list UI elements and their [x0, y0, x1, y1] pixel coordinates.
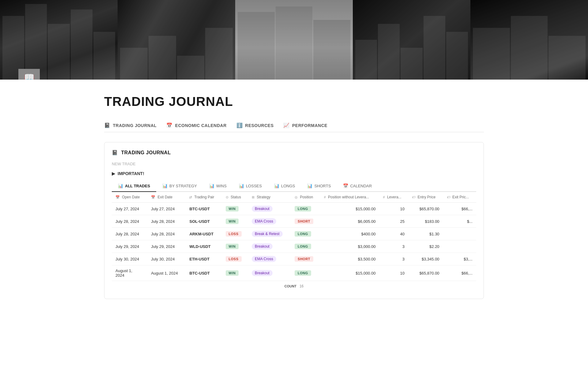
- nav-tab-performance[interactable]: 📈 PERFORMANCE: [283, 119, 337, 132]
- cell-status-4: LOSS: [222, 253, 248, 265]
- cell-position-2: LONG: [291, 228, 320, 240]
- cell-trading-pair-0: BTC-USDT: [186, 203, 222, 215]
- position-badge-4: SHORT: [295, 256, 313, 262]
- table-header-row: 📅 Open Date 📅 Exit Date ⇄ Trading Pair ⊙…: [112, 192, 476, 203]
- performance-nav-icon: 📈: [283, 122, 290, 128]
- cell-leverage-1: 25: [379, 215, 408, 228]
- cell-leverage-5: 10: [379, 265, 408, 281]
- nav-tab-economic-calendar-label: ECONOMIC CALENDAR: [175, 123, 227, 128]
- strategy-badge-3: Breakout: [252, 243, 273, 249]
- cell-strategy-3: Breakout: [248, 240, 291, 253]
- cell-position-no-leverage-5: $15,000.00: [320, 265, 379, 281]
- position-badge-5: LONG: [295, 270, 311, 276]
- status-badge-1: WIN: [226, 219, 239, 224]
- col-trading-pair: ⇄ Trading Pair: [186, 192, 222, 203]
- view-tab-calendar[interactable]: 📅 CALENDAR: [337, 181, 378, 192]
- important-toggle[interactable]: ▶ IMPORTANT!: [112, 171, 476, 176]
- nav-tab-performance-label: PERFORMANCE: [292, 123, 327, 128]
- view-tab-shorts-label: SHORTS: [314, 184, 331, 188]
- cell-strategy-2: Break & Retest: [248, 228, 291, 240]
- cell-status-0: WIN: [222, 203, 248, 215]
- hero-banner: 📖: [0, 0, 588, 80]
- count-value: 16: [300, 284, 303, 288]
- cell-leverage-0: 10: [379, 203, 408, 215]
- position-badge-1: SHORT: [295, 219, 313, 224]
- by-strategy-icon: 📊: [162, 183, 168, 188]
- cell-open-date-2: July 28, 2024: [112, 228, 147, 240]
- position-badge-0: LONG: [295, 206, 311, 212]
- cell-exit-date-4: July 30, 2024: [147, 253, 186, 265]
- status-badge-5: WIN: [226, 270, 239, 276]
- cell-position-no-leverage-2: $400.00: [320, 228, 379, 240]
- cell-exit-date-0: July 27, 2024: [147, 203, 186, 215]
- status-badge-4: LOSS: [226, 256, 242, 262]
- view-tab-all-trades-label: ALL TRADES: [125, 184, 150, 188]
- col-position: ◎ Position: [291, 192, 320, 203]
- cell-trading-pair-4: ETH-USDT: [186, 253, 222, 265]
- new-trade-button[interactable]: NEW TRADE: [112, 160, 476, 167]
- strategy-badge-0: Breakout: [252, 206, 273, 212]
- position-badge-2: LONG: [295, 231, 311, 237]
- cell-open-date-4: July 30, 2024: [112, 253, 147, 265]
- hero-panel-1: [0, 0, 118, 80]
- cell-position-5: LONG: [291, 265, 320, 281]
- nav-tab-trading-journal[interactable]: 📓 TRADING JOURNAL: [104, 119, 166, 132]
- cell-trading-pair-1: SOL-USDT: [186, 215, 222, 228]
- shorts-icon: 📊: [307, 183, 312, 188]
- table-row[interactable]: July 27, 2024 July 27, 2024 BTC-USDT WIN…: [112, 203, 476, 215]
- view-tab-all-trades[interactable]: 📊 ALL TRADES: [112, 181, 156, 192]
- table-row[interactable]: July 29, 2024 July 29, 2024 WLD-USDT WIN…: [112, 240, 476, 253]
- cell-entry-price-0: $65,870.00: [408, 203, 443, 215]
- cell-strategy-0: Breakout: [248, 203, 291, 215]
- cell-trading-pair-2: ARKM-USDT: [186, 228, 222, 240]
- cell-status-2: LOSS: [222, 228, 248, 240]
- col-open-date: 📅 Open Date: [112, 192, 147, 203]
- journal-card-header: 📓 TRADING JOURNAL: [112, 150, 476, 155]
- view-tab-losses[interactable]: 📊 LOSSES: [233, 181, 268, 192]
- journal-header-icon: 📓: [112, 150, 118, 155]
- table-row[interactable]: July 28, 2024 July 28, 2024 ARKM-USDT LO…: [112, 228, 476, 240]
- table-row[interactable]: July 28, 2024 July 28, 2024 SOL-USDT WIN…: [112, 215, 476, 228]
- view-tab-by-strategy-label: BY STRATEGY: [169, 184, 197, 188]
- nav-tab-economic-calendar[interactable]: 📅 ECONOMIC CALENDAR: [166, 119, 236, 132]
- cell-status-5: WIN: [222, 265, 248, 281]
- cell-strategy-1: EMA Cross: [248, 215, 291, 228]
- cell-entry-price-1: $183.00: [408, 215, 443, 228]
- view-tab-wins[interactable]: 📊 WINS: [203, 181, 233, 192]
- col-exit-price: 🏷 Exit Pric...: [443, 192, 476, 203]
- cell-leverage-4: 3: [379, 253, 408, 265]
- position-badge-3: LONG: [295, 244, 311, 249]
- cell-exit-date-2: July 28, 2024: [147, 228, 186, 240]
- strategy-badge-5: Breakout: [252, 270, 273, 276]
- table-row[interactable]: July 30, 2024 July 30, 2024 ETH-USDT LOS…: [112, 253, 476, 265]
- cell-exit-price-1: $...: [443, 215, 476, 228]
- status-badge-3: WIN: [226, 244, 239, 249]
- journal-header-title: TRADING JOURNAL: [121, 150, 171, 155]
- cell-exit-date-3: July 29, 2024: [147, 240, 186, 253]
- strategy-badge-4: EMA Cross: [252, 256, 276, 262]
- view-tab-longs[interactable]: 📊 LONGS: [268, 181, 301, 192]
- hero-book-icon: 📖: [18, 69, 40, 80]
- view-tab-by-strategy[interactable]: 📊 BY STRATEGY: [156, 181, 203, 192]
- cell-position-no-leverage-1: $6,005.00: [320, 215, 379, 228]
- view-tab-shorts[interactable]: 📊 SHORTS: [301, 181, 337, 192]
- cell-entry-price-3: $2.20: [408, 240, 443, 253]
- status-badge-2: LOSS: [226, 231, 242, 237]
- cell-strategy-4: EMA Cross: [248, 253, 291, 265]
- cell-strategy-5: Breakout: [248, 265, 291, 281]
- wins-icon: 📊: [209, 183, 214, 188]
- hero-panel-5: [470, 0, 588, 80]
- cell-leverage-3: 3: [379, 240, 408, 253]
- resources-nav-icon: ℹ️: [236, 122, 243, 128]
- calendar-icon: 📅: [343, 183, 348, 188]
- nav-tab-resources[interactable]: ℹ️ RESOURCES: [236, 119, 284, 132]
- new-trade-label: NEW TRADE: [112, 162, 136, 166]
- expand-icon: ▶: [112, 171, 115, 176]
- cell-open-date-3: July 29, 2024: [112, 240, 147, 253]
- table-row[interactable]: August 1, 2024 August 1, 2024 BTC-USDT W…: [112, 265, 476, 281]
- trade-table: 📅 Open Date 📅 Exit Date ⇄ Trading Pair ⊙…: [112, 192, 476, 281]
- cell-position-0: LONG: [291, 203, 320, 215]
- cell-exit-price-2: [443, 228, 476, 240]
- cell-status-1: WIN: [222, 215, 248, 228]
- trading-journal-nav-icon: 📓: [104, 122, 111, 128]
